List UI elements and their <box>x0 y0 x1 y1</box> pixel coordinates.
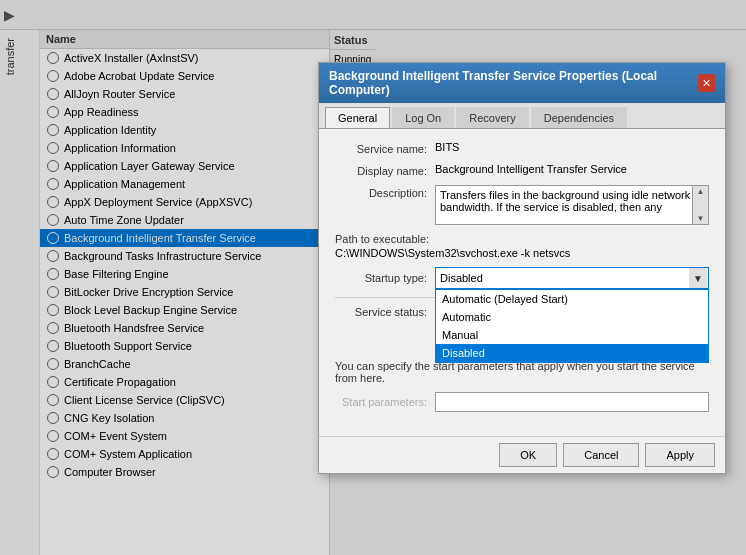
modal-title-bar: Background Intelligent Transfer Service … <box>319 63 725 103</box>
service-name-row: Service name: BITS <box>335 141 709 155</box>
description-scrollbar[interactable]: ▲ ▼ <box>692 186 708 224</box>
startup-type-row: Startup type: Disabled ▼ Automatic (Dela… <box>335 267 709 289</box>
startup-options-list[interactable]: Automatic (Delayed Start) Automatic Manu… <box>435 289 709 363</box>
modal-tabs: General Log On Recovery Dependencies <box>319 103 725 129</box>
startup-type-selected: Disabled <box>440 272 483 284</box>
option-disabled[interactable]: Disabled <box>436 344 708 362</box>
path-section: Path to executable: C:\WINDOWS\System32\… <box>335 233 709 259</box>
tab-general[interactable]: General <box>325 107 390 128</box>
display-name-label: Display name: <box>335 163 435 177</box>
option-auto-delayed[interactable]: Automatic (Delayed Start) <box>436 290 708 308</box>
service-name-value: BITS <box>435 141 709 153</box>
path-value: C:\WINDOWS\System32\svchost.exe -k netsv… <box>335 247 709 259</box>
scroll-up-arrow[interactable]: ▲ <box>697 187 705 196</box>
tab-dependencies[interactable]: Dependencies <box>531 107 627 128</box>
tab-recovery[interactable]: Recovery <box>456 107 528 128</box>
option-manual[interactable]: Manual <box>436 326 708 344</box>
ok-button[interactable]: OK <box>499 443 557 467</box>
tab-logon[interactable]: Log On <box>392 107 454 128</box>
start-params-label: Start parameters: <box>335 396 435 408</box>
path-label: Path to executable: <box>335 233 709 245</box>
description-box[interactable]: Transfers files in the background using … <box>435 185 709 225</box>
modal-footer: OK Cancel Apply <box>319 436 725 473</box>
description-row: Description: Transfers files in the back… <box>335 185 709 225</box>
modal-title: Background Intelligent Transfer Service … <box>329 69 698 97</box>
startup-type-label: Startup type: <box>335 272 435 284</box>
properties-dialog: Background Intelligent Transfer Service … <box>318 62 726 474</box>
service-status-label: Service status: <box>335 306 435 318</box>
description-label: Description: <box>335 185 435 199</box>
startup-type-display[interactable]: Disabled <box>435 267 709 289</box>
startup-type-dropdown[interactable]: Disabled ▼ Automatic (Delayed Start) Aut… <box>435 267 709 289</box>
info-text: You can specify the start parameters tha… <box>335 360 709 384</box>
apply-button[interactable]: Apply <box>645 443 715 467</box>
service-name-label: Service name: <box>335 141 435 155</box>
modal-close-button[interactable]: ✕ <box>698 74 715 92</box>
cancel-button[interactable]: Cancel <box>563 443 639 467</box>
display-name-row: Display name: Background Intelligent Tra… <box>335 163 709 177</box>
start-params-input[interactable] <box>435 392 709 412</box>
modal-overlay: Background Intelligent Transfer Service … <box>0 0 746 555</box>
display-name-value: Background Intelligent Transfer Service <box>435 163 709 175</box>
scroll-down-arrow[interactable]: ▼ <box>697 214 705 223</box>
modal-body: Service name: BITS Display name: Backgro… <box>319 129 725 436</box>
start-params-row: Start parameters: <box>335 392 709 412</box>
option-automatic[interactable]: Automatic <box>436 308 708 326</box>
description-text: Transfers files in the background using … <box>440 189 690 213</box>
